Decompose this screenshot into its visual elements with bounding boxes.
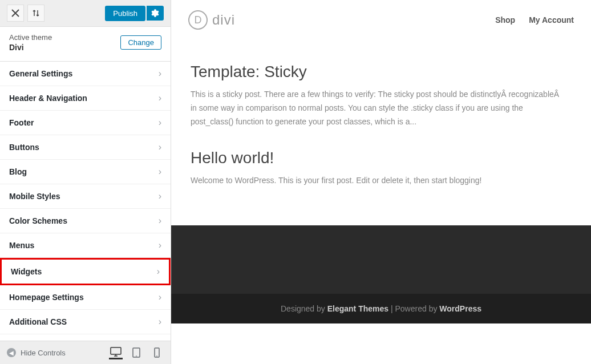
footer-bar: Designed by Elegant Themes | Powered by …	[171, 294, 591, 323]
chevron-right-icon: ›	[159, 68, 161, 79]
swap-icon	[32, 9, 40, 17]
settings-item-label: Blog	[9, 167, 159, 176]
site-preview: D divi ShopMy Account Template: StickyTh…	[171, 0, 591, 364]
settings-item-general-settings[interactable]: General Settings›	[0, 62, 171, 86]
desktop-icon	[110, 347, 122, 357]
settings-item-homepage-settings[interactable]: Homepage Settings›	[0, 285, 171, 310]
publish-label: Publish	[113, 9, 137, 18]
settings-item-mobile-styles[interactable]: Mobile Styles›	[0, 184, 171, 209]
desktop-device-button[interactable]	[109, 346, 123, 359]
footer-prefix: Designed by	[281, 304, 327, 313]
settings-item-label: General Settings	[9, 69, 159, 78]
post: Template: StickyThis is a sticky post. T…	[191, 63, 562, 128]
footer-link-theme[interactable]: Elegant Themes	[327, 304, 388, 313]
settings-item-buttons[interactable]: Buttons›	[0, 135, 171, 160]
svg-rect-0	[111, 347, 121, 354]
settings-item-menus[interactable]: Menus›	[0, 233, 171, 258]
theme-name: Divi	[9, 43, 52, 52]
footer-link-wp[interactable]: WordPress	[439, 304, 481, 313]
hide-controls-button[interactable]: ◀ Hide Controls	[7, 348, 66, 357]
theme-info: Active theme Divi	[9, 33, 52, 52]
chevron-right-icon: ›	[159, 317, 161, 327]
settings-item-label: Menus	[9, 241, 159, 250]
nav-link-my-account[interactable]: My Account	[529, 15, 574, 25]
primary-nav: ShopMy Account	[495, 15, 574, 25]
chevron-right-icon: ›	[159, 118, 161, 128]
settings-menu: General Settings›Header & Navigation›Foo…	[0, 62, 171, 341]
post: Hello world!Welcome to WordPress. This i…	[191, 149, 562, 188]
close-button[interactable]	[7, 5, 24, 22]
settings-item-label: Additional CSS	[9, 317, 159, 326]
top-bar: Publish	[0, 0, 171, 27]
settings-item-footer[interactable]: Footer›	[0, 111, 171, 135]
change-label: Change	[128, 38, 154, 47]
device-buttons	[109, 346, 164, 359]
settings-item-widgets[interactable]: Widgets›	[0, 258, 171, 285]
settings-item-label: Homepage Settings	[9, 293, 159, 302]
site-logo[interactable]: D divi	[188, 10, 235, 30]
settings-item-label: Color Schemes	[9, 216, 159, 225]
logo-text: divi	[212, 12, 235, 28]
settings-item-additional-css[interactable]: Additional CSS›	[0, 310, 171, 334]
chevron-right-icon: ›	[159, 216, 161, 226]
svg-point-4	[156, 355, 157, 357]
publish-button[interactable]: Publish	[105, 6, 145, 21]
settings-item-label: Mobile Styles	[9, 192, 159, 201]
theme-row: Active theme Divi Change	[0, 27, 171, 62]
svg-point-2	[136, 355, 137, 357]
logo-icon: D	[188, 10, 208, 30]
active-theme-label: Active theme	[9, 33, 52, 43]
settings-item-label: Widgets	[11, 267, 157, 276]
settings-item-blog[interactable]: Blog›	[0, 160, 171, 184]
customizer-sidebar: Publish Active theme Divi Change General…	[0, 0, 171, 364]
footer-sep: | Powered by	[388, 304, 439, 313]
post-body: This is a sticky post. There are a few t…	[191, 88, 562, 128]
chevron-right-icon: ›	[159, 191, 161, 201]
change-theme-button[interactable]: Change	[120, 35, 161, 50]
logo-letter: D	[195, 14, 202, 26]
nav-link-shop[interactable]: Shop	[495, 15, 515, 25]
collapse-icon: ◀	[7, 348, 16, 357]
settings-item-label: Buttons	[9, 143, 159, 152]
bottom-bar: ◀ Hide Controls	[0, 341, 171, 364]
chevron-right-icon: ›	[159, 292, 161, 302]
tablet-icon	[132, 347, 140, 358]
settings-item-color-schemes[interactable]: Color Schemes›	[0, 209, 171, 233]
tablet-device-button[interactable]	[129, 346, 143, 359]
post-title[interactable]: Hello world!	[191, 149, 562, 167]
close-icon	[11, 9, 19, 17]
gear-icon	[151, 9, 159, 17]
mobile-icon	[154, 347, 160, 358]
chevron-right-icon: ›	[159, 240, 161, 250]
footer-widget-area	[171, 225, 591, 294]
content-area: Template: StickyThis is a sticky post. T…	[171, 40, 582, 225]
settings-item-label: Header & Navigation	[9, 94, 159, 103]
chevron-right-icon: ›	[159, 167, 161, 177]
post-title[interactable]: Template: Sticky	[191, 63, 562, 81]
site-header: D divi ShopMy Account	[171, 0, 591, 40]
chevron-right-icon: ›	[159, 93, 161, 103]
chevron-right-icon: ›	[159, 142, 161, 152]
post-body: Welcome to WordPress. This is your first…	[191, 174, 562, 188]
chevron-right-icon: ›	[157, 266, 160, 277]
swap-button[interactable]	[27, 5, 44, 22]
publish-settings-button[interactable]	[147, 6, 164, 21]
mobile-device-button[interactable]	[150, 346, 164, 359]
settings-item-label: Footer	[9, 118, 159, 127]
settings-item-header-navigation[interactable]: Header & Navigation›	[0, 86, 171, 111]
hide-controls-label: Hide Controls	[21, 349, 66, 357]
